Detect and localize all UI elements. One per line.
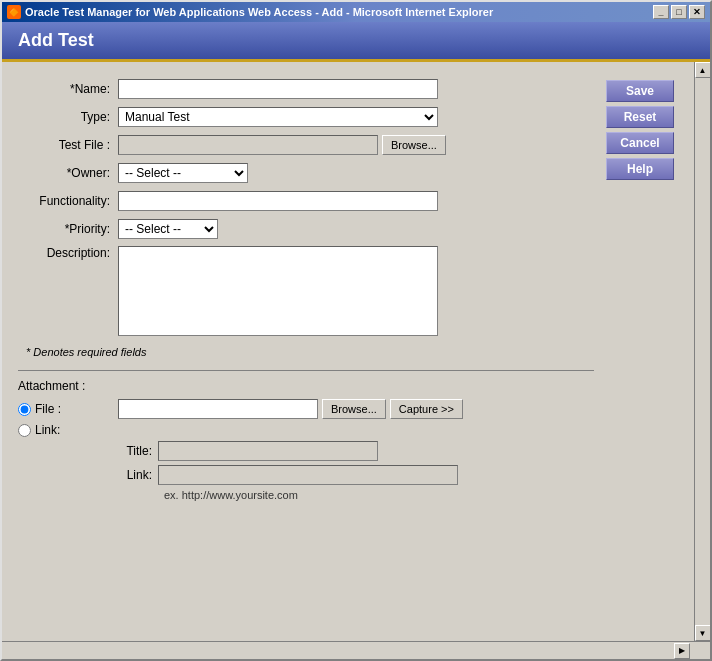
link-attach-input (158, 465, 458, 485)
link-radio-col: Link: (18, 423, 118, 437)
page-header: Add Test (2, 22, 710, 62)
cancel-button[interactable]: Cancel (606, 132, 674, 154)
priority-label: *Priority: (18, 222, 118, 236)
page-title: Add Test (18, 30, 94, 50)
functionality-label: Functionality: (18, 194, 118, 208)
file-browse-button[interactable]: Browse... (322, 399, 386, 419)
priority-select[interactable]: -- Select -- (118, 219, 218, 239)
functionality-input[interactable] (118, 191, 438, 211)
testfile-label: Test File : (18, 138, 118, 152)
maximize-button[interactable]: □ (671, 5, 687, 19)
description-label: Description: (18, 246, 118, 260)
link-field-row: Link: (118, 465, 594, 485)
functionality-row: Functionality: (18, 190, 594, 212)
type-row: Type: Manual Test Automated Test (18, 106, 594, 128)
description-row: Description: (18, 246, 594, 336)
section-divider (18, 370, 594, 371)
type-select[interactable]: Manual Test Automated Test (118, 107, 438, 127)
window: 🔶 Oracle Test Manager for Web Applicatio… (0, 0, 712, 661)
testfile-input (118, 135, 378, 155)
name-input[interactable] (118, 79, 438, 99)
file-radio-row: File : Browse... Capture >> (18, 399, 594, 419)
attachment-title: Attachment : (18, 379, 594, 393)
required-note: * Denotes required fields (18, 346, 594, 358)
owner-row: *Owner: -- Select -- (18, 162, 594, 184)
link-fields: Title: Link: ex. http://www.yoursite.com (118, 441, 594, 501)
close-button[interactable]: ✕ (689, 5, 705, 19)
title-attach-input (158, 441, 378, 461)
file-input-group: Browse... Capture >> (118, 399, 463, 419)
status-bar: ▶ (2, 641, 710, 659)
name-label: *Name: (18, 82, 118, 96)
title-bar: 🔶 Oracle Test Manager for Web Applicatio… (2, 2, 710, 22)
content-with-scroll: *Name: Type: Manual Test Automated Test … (2, 62, 710, 641)
file-radio[interactable] (18, 403, 31, 416)
link-field-label: Link: (118, 468, 158, 482)
vertical-scrollbar[interactable]: ▲ ▼ (694, 62, 710, 641)
title-bar-buttons: _ □ ✕ (653, 5, 705, 19)
file-radio-col: File : (18, 402, 118, 416)
link-radio[interactable] (18, 424, 31, 437)
name-row: *Name: (18, 78, 594, 100)
testfile-field-group: Browse... (118, 135, 446, 155)
testfile-row: Test File : Browse... (18, 134, 594, 156)
type-label: Type: (18, 110, 118, 124)
file-attach-input[interactable] (118, 399, 318, 419)
scroll-down-arrow[interactable]: ▼ (695, 625, 711, 641)
help-button[interactable]: Help (606, 158, 674, 180)
form-section: *Name: Type: Manual Test Automated Test … (18, 78, 594, 625)
minimize-button[interactable]: _ (653, 5, 669, 19)
description-textarea[interactable] (118, 246, 438, 336)
content-inner: *Name: Type: Manual Test Automated Test … (2, 62, 694, 641)
title-bar-left: 🔶 Oracle Test Manager for Web Applicatio… (7, 5, 493, 19)
link-radio-row: Link: (18, 423, 594, 437)
link-example: ex. http://www.yoursite.com (164, 489, 594, 501)
scroll-up-arrow[interactable]: ▲ (695, 62, 711, 78)
scroll-right-arrow[interactable]: ▶ (674, 643, 690, 659)
app-icon: 🔶 (7, 5, 21, 19)
owner-label: *Owner: (18, 166, 118, 180)
priority-row: *Priority: -- Select -- (18, 218, 594, 240)
reset-button[interactable]: Reset (606, 106, 674, 128)
testfile-browse-button[interactable]: Browse... (382, 135, 446, 155)
button-panel: Save Reset Cancel Help (606, 78, 678, 625)
title-field-label: Title: (118, 444, 158, 458)
file-radio-label: File : (35, 402, 61, 416)
capture-button[interactable]: Capture >> (390, 399, 463, 419)
title-field-row: Title: (118, 441, 594, 461)
link-radio-label: Link: (35, 423, 60, 437)
window-title: Oracle Test Manager for Web Applications… (25, 6, 493, 18)
owner-select[interactable]: -- Select -- (118, 163, 248, 183)
attachment-section: Attachment : File : Browse... Capture >> (18, 379, 594, 501)
save-button[interactable]: Save (606, 80, 674, 102)
